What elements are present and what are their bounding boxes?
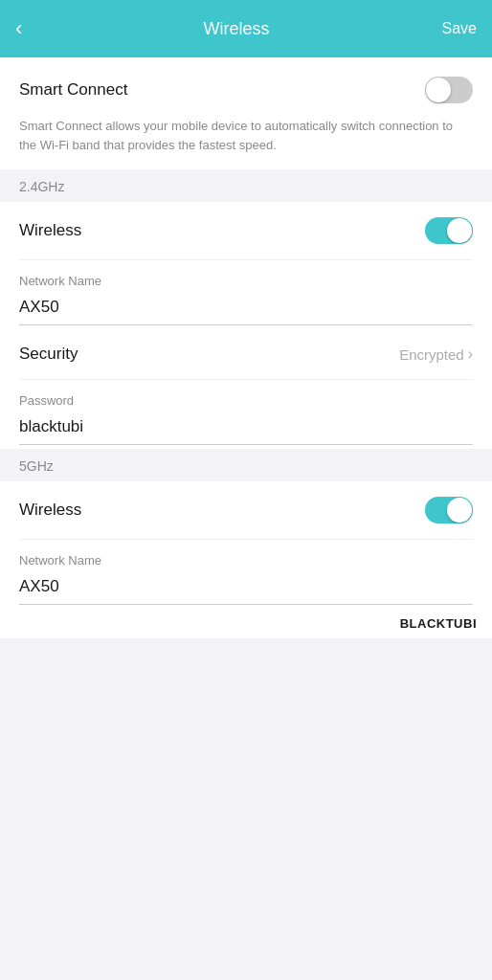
network-name-label-5ghz: Network Name — [19, 553, 473, 568]
wireless-label-5ghz: Wireless — [19, 501, 81, 520]
network-name-group-5ghz: Network Name — [19, 540, 473, 609]
smart-connect-row: Smart Connect — [19, 77, 473, 103]
wireless-row-5ghz: Wireless — [19, 481, 473, 540]
security-value-24ghz: Encrypted › — [399, 345, 473, 363]
toggle-knob-5ghz — [447, 498, 472, 523]
password-label-24ghz: Password — [19, 393, 473, 408]
chevron-right-icon-24ghz: › — [468, 345, 473, 363]
header-title: Wireless — [54, 19, 419, 39]
password-group-24ghz: Password — [19, 380, 473, 449]
network-name-group-24ghz: Network Name — [19, 260, 473, 329]
watermark: BLACKTUBI — [0, 609, 492, 638]
wireless-label-24ghz: Wireless — [19, 221, 81, 240]
smart-connect-label: Smart Connect — [19, 80, 127, 100]
wireless-toggle-24ghz[interactable] — [425, 217, 473, 244]
section-header-5ghz: 5GHz — [0, 449, 492, 481]
security-label-24ghz: Security — [19, 345, 78, 364]
network-name-label-24ghz: Network Name — [19, 274, 473, 288]
wireless-row-24ghz: Wireless — [19, 202, 473, 260]
security-row-24ghz[interactable]: Security Encrypted › — [19, 329, 473, 380]
card-5ghz: Wireless Network Name — [0, 481, 492, 609]
smart-connect-section: Smart Connect Smart Connect allows your … — [0, 57, 492, 169]
smart-connect-toggle[interactable] — [425, 77, 473, 103]
network-name-input-5ghz[interactable] — [19, 573, 473, 605]
wireless-toggle-5ghz[interactable] — [425, 497, 473, 523]
header: ‹ Wireless Save — [0, 0, 492, 57]
smart-connect-description: Smart Connect allows your mobile device … — [19, 117, 473, 154]
save-button[interactable]: Save — [419, 20, 477, 37]
section-header-24ghz: 2.4GHz — [0, 169, 492, 202]
password-input-24ghz[interactable] — [19, 413, 473, 445]
security-value-text-24ghz: Encrypted — [399, 346, 464, 363]
toggle-knob — [426, 78, 451, 102]
network-name-input-24ghz[interactable] — [19, 294, 473, 325]
back-button[interactable]: ‹ — [15, 16, 54, 41]
card-24ghz: Wireless Network Name Security Encrypted… — [0, 202, 492, 449]
toggle-knob-24ghz — [447, 218, 472, 243]
